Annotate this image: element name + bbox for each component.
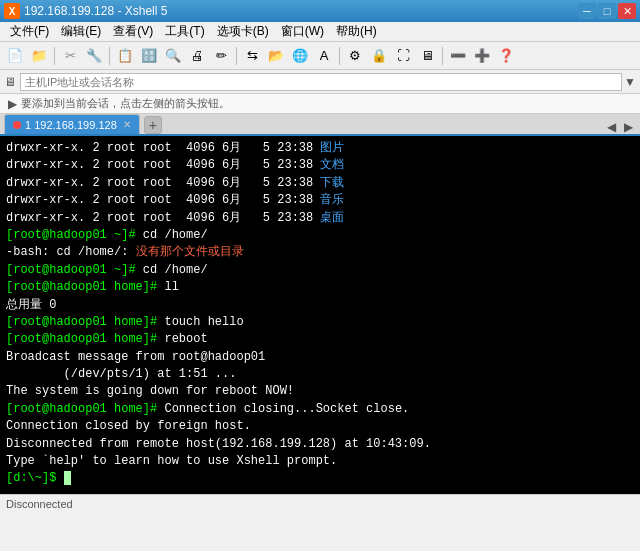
- tab-hint-text: 要添加到当前会话，点击左侧的箭头按钮。: [21, 96, 230, 111]
- status-text: Disconnected: [6, 498, 634, 510]
- terminal-line: Connection closed by foreign host.: [6, 418, 634, 435]
- terminal-line: [root@hadoop01 ~]# cd /home/: [6, 227, 634, 244]
- address-dropdown-arrow[interactable]: ▼: [624, 75, 636, 89]
- close-button[interactable]: ✕: [618, 3, 636, 19]
- menu-tabs[interactable]: 选项卡(B): [211, 21, 275, 42]
- tb-new-session[interactable]: 📄: [4, 45, 26, 67]
- terminal-line: [root@hadoop01 home]# Connection closing…: [6, 401, 634, 418]
- tb-find[interactable]: 🔍: [162, 45, 184, 67]
- hint-arrow-icon: ▶: [8, 97, 17, 111]
- tb-monitor[interactable]: 🖥: [416, 45, 438, 67]
- tb-paste[interactable]: 🔠: [138, 45, 160, 67]
- window-controls: ─ □ ✕: [578, 3, 636, 19]
- tb-sep-5: [442, 47, 443, 65]
- title-bar: X 192.168.199.128 - Xshell 5 ─ □ ✕: [0, 0, 640, 22]
- tb-settings[interactable]: ⚙: [344, 45, 366, 67]
- terminal-line: 总用量 0: [6, 297, 634, 314]
- terminal[interactable]: drwxr-xr-x. 2 root root 4096 6月 5 23:38 …: [0, 136, 640, 494]
- terminal-line: The system is going down for reboot NOW!: [6, 383, 634, 400]
- terminal-line: drwxr-xr-x. 2 root root 4096 6月 5 23:38 …: [6, 175, 634, 192]
- tb-zoom-in[interactable]: ➕: [471, 45, 493, 67]
- terminal-line: [root@hadoop01 home]# ll: [6, 279, 634, 296]
- address-bar: 🖥 ▼: [0, 70, 640, 94]
- menu-help[interactable]: 帮助(H): [330, 21, 383, 42]
- menu-bar: 文件(F) 编辑(E) 查看(V) 工具(T) 选项卡(B) 窗口(W) 帮助(…: [0, 22, 640, 42]
- terminal-line: [root@hadoop01 home]# reboot: [6, 331, 634, 348]
- tab-hint-bar: ▶ 要添加到当前会话，点击左侧的箭头按钮。: [0, 94, 640, 114]
- terminal-line: (/dev/pts/1) at 1:51 ...: [6, 366, 634, 383]
- tb-help[interactable]: ❓: [495, 45, 517, 67]
- tb-sep-2: [109, 47, 110, 65]
- address-icon: 🖥: [4, 75, 16, 89]
- terminal-line: -bash: cd /home/: 没有那个文件或目录: [6, 244, 634, 261]
- tab-nav: ◀ ▶: [604, 120, 636, 134]
- tb-copy[interactable]: 📋: [114, 45, 136, 67]
- tab-nav-right[interactable]: ▶: [621, 120, 636, 134]
- terminal-line: drwxr-xr-x. 2 root root 4096 6月 5 23:38 …: [6, 210, 634, 227]
- tb-globe[interactable]: 🌐: [289, 45, 311, 67]
- tb-open[interactable]: 📁: [28, 45, 50, 67]
- tab-add-button[interactable]: +: [144, 116, 162, 134]
- status-bar: Disconnected: [0, 494, 640, 512]
- toolbar: 📄 📁 ✂ 🔧 📋 🔠 🔍 🖨 ✏ ⇆ 📂 🌐 A ⚙ 🔒 ⛶ 🖥 ➖ ➕ ❓: [0, 42, 640, 70]
- address-input[interactable]: [20, 73, 622, 91]
- terminal-line: Disconnected from remote host(192.168.19…: [6, 436, 634, 453]
- tab-bar: 1 192.168.199.128 ✕ + ◀ ▶: [0, 114, 640, 136]
- tb-sep-3: [236, 47, 237, 65]
- terminal-line: drwxr-xr-x. 2 root root 4096 6月 5 23:38 …: [6, 192, 634, 209]
- tb-compose[interactable]: ✏: [210, 45, 232, 67]
- tab-label: 1 192.168.199.128: [25, 119, 117, 131]
- tb-properties[interactable]: 🔧: [83, 45, 105, 67]
- tab-close-button[interactable]: ✕: [123, 119, 131, 130]
- tb-sep-4: [339, 47, 340, 65]
- tb-fullscreen[interactable]: ⛶: [392, 45, 414, 67]
- minimize-button[interactable]: ─: [578, 3, 596, 19]
- tab-status-dot: [13, 121, 21, 129]
- tb-sftp[interactable]: 📂: [265, 45, 287, 67]
- menu-tools[interactable]: 工具(T): [159, 21, 210, 42]
- tb-print[interactable]: 🖨: [186, 45, 208, 67]
- tb-lock[interactable]: 🔒: [368, 45, 390, 67]
- tb-sep-1: [54, 47, 55, 65]
- tb-cut[interactable]: ✂: [59, 45, 81, 67]
- terminal-line: drwxr-xr-x. 2 root root 4096 6月 5 23:38 …: [6, 157, 634, 174]
- tb-transfer[interactable]: ⇆: [241, 45, 263, 67]
- menu-view[interactable]: 查看(V): [107, 21, 159, 42]
- menu-file[interactable]: 文件(F): [4, 21, 55, 42]
- tb-zoom-out[interactable]: ➖: [447, 45, 469, 67]
- menu-window[interactable]: 窗口(W): [275, 21, 330, 42]
- tb-font[interactable]: A: [313, 45, 335, 67]
- terminal-line: drwxr-xr-x. 2 root root 4096 6月 5 23:38 …: [6, 140, 634, 157]
- terminal-line: [d:\~]$: [6, 470, 634, 487]
- maximize-button[interactable]: □: [598, 3, 616, 19]
- menu-edit[interactable]: 编辑(E): [55, 21, 107, 42]
- app-icon: X: [4, 3, 20, 19]
- window-title: 192.168.199.128 - Xshell 5: [24, 4, 578, 18]
- terminal-line: Broadcast message from root@hadoop01: [6, 349, 634, 366]
- terminal-line: [root@hadoop01 home]# touch hello: [6, 314, 634, 331]
- tab-nav-left[interactable]: ◀: [604, 120, 619, 134]
- terminal-line: Type `help' to learn how to use Xshell p…: [6, 453, 634, 470]
- session-tab[interactable]: 1 192.168.199.128 ✕: [4, 114, 140, 134]
- terminal-line: [root@hadoop01 ~]# cd /home/: [6, 262, 634, 279]
